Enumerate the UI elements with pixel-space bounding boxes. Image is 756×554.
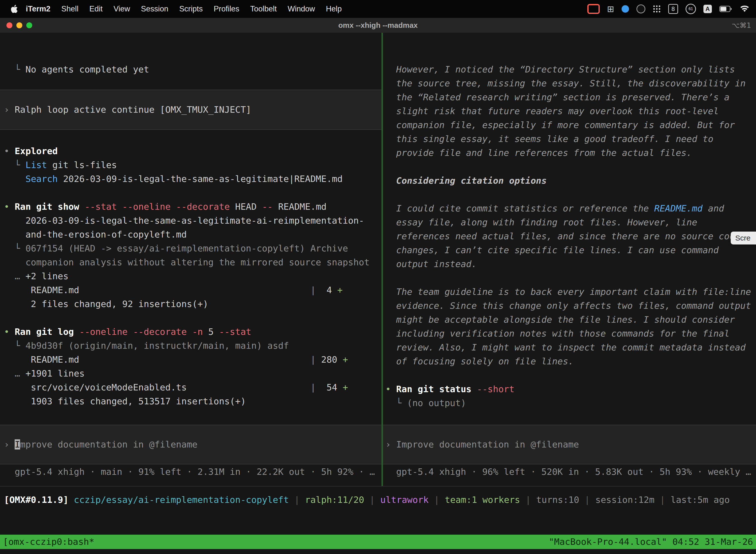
terminal-line: provide file and line references from th… <box>385 146 756 160</box>
battery-icon[interactable] <box>719 6 732 12</box>
text-segment: [OMX#0.11.9] <box>4 495 74 505</box>
left-scrollback: └ No agents completed yet› Ralph loop ac… <box>4 63 381 436</box>
screen-recording-stop-icon[interactable] <box>587 4 600 14</box>
text-segment: last:5m ago <box>671 495 730 505</box>
terminal-line: 1903 files changed, 513517 insertions(+) <box>4 394 381 408</box>
text-segment: Ralph loop active continue [OMX_TMUX_INJ… <box>15 105 251 115</box>
menu-edit[interactable]: Edit <box>84 4 108 13</box>
text-segment: of focusing solely on file lines. <box>385 356 574 366</box>
text-segment: | <box>79 354 316 365</box>
terminal-line: 2 files changed, 92 insertions(+) <box>4 297 381 311</box>
terminal-line: review. Also, I might want to inspect th… <box>385 340 756 354</box>
input-source-icon[interactable]: A <box>703 5 712 13</box>
text-segment: provide file and line references from th… <box>385 148 692 158</box>
terminal-line: └ 4b9d30f (origin/main, instructkr/main,… <box>4 339 381 353</box>
screen-float-button[interactable]: Scre <box>731 232 756 244</box>
terminal-line: changes, I can’t cite specific file line… <box>385 243 756 257</box>
text-segment: 5 <box>203 327 219 337</box>
text-segment: List <box>25 160 47 170</box>
text-segment: and-the-erosion-of-copyleft.md <box>4 229 187 239</box>
minimize-button[interactable] <box>16 22 22 28</box>
text-segment: … <box>4 368 25 379</box>
text-segment <box>187 327 192 337</box>
text-segment: including verification notes with those … <box>385 328 730 339</box>
terminal-line: • Ran git show --stat --oneline --decora… <box>4 200 381 214</box>
right-scrollback: However, I noticed the “Directory Struct… <box>385 63 756 438</box>
text-segment: I could cite commit statistics or refere… <box>385 203 654 214</box>
text-segment: companion file, especially if more comme… <box>385 120 735 130</box>
text-segment: | <box>364 495 380 505</box>
menu-help[interactable]: Help <box>320 4 347 13</box>
terminal-line: the source tree, missing the essay. Stil… <box>385 76 756 90</box>
tmux-session-label: [omx-cczip0:bash* <box>3 535 94 549</box>
terminal-line: └ (no output) <box>385 396 756 410</box>
text-segment: ultrawork <box>380 495 429 505</box>
apps-grid-icon[interactable] <box>653 5 661 13</box>
blue-app-icon[interactable] <box>622 5 629 13</box>
text-segment: gpt-5.4 xhigh · 96% left · 520K in · 5.8… <box>385 466 751 477</box>
menu-view[interactable]: View <box>108 4 136 13</box>
terminal-line: of focusing solely on file lines. <box>385 354 756 368</box>
text-segment: slight risk that future readers may over… <box>385 106 719 116</box>
text-segment: git ls-files <box>47 160 117 170</box>
keycap-8-icon[interactable]: 8 <box>668 4 678 14</box>
text-segment: cczip/essay/ai-reimplementation-copyleft <box>74 495 289 505</box>
battery-percent-circle-icon[interactable]: 61 <box>686 4 696 14</box>
text-segment: README.md <box>273 202 327 212</box>
left-prompt-input[interactable]: › Improve documentation in @filename <box>0 425 381 464</box>
close-button[interactable] <box>6 22 12 28</box>
text-segment: review. Also, I might want to inspect th… <box>385 342 746 352</box>
text-segment: | <box>654 495 671 505</box>
text-segment: However, I noticed the “Directory Struct… <box>385 64 735 74</box>
terminal-line: output instead. <box>385 257 756 271</box>
menu-session[interactable]: Session <box>135 4 174 13</box>
text-segment: └ <box>4 160 25 170</box>
text-segment: └ <box>385 398 407 408</box>
dark-app-icon[interactable] <box>636 4 645 13</box>
menu-profiles[interactable]: Profiles <box>208 4 245 13</box>
menu-items: iTerm2ShellEditViewSessionScriptsProfile… <box>20 4 347 13</box>
apple-menu-icon[interactable] <box>10 4 18 13</box>
text-segment: 280 <box>316 354 342 365</box>
terminal-line: The team guideline is to back every impo… <box>385 285 756 299</box>
menu-window[interactable]: Window <box>282 4 320 13</box>
text-segment: --stat --oneline --decorate <box>84 202 230 212</box>
right-prompt-input[interactable]: › Improve documentation in @filename <box>383 425 756 464</box>
menu-toolbelt[interactable]: Toolbelt <box>245 4 282 13</box>
text-segment: + <box>342 354 348 365</box>
left-session-status: gpt-5.4 xhigh · main · 91% left · 2.31M … <box>0 465 381 479</box>
terminal-line: • Ran git status --short <box>385 382 756 396</box>
macos-menubar: iTerm2ShellEditViewSessionScriptsProfile… <box>0 0 756 18</box>
text-segment: the “Related research writing” section i… <box>385 92 730 102</box>
text-segment: references need actual files, and since … <box>385 231 740 241</box>
menu-shell[interactable]: Shell <box>56 4 84 13</box>
terminal-line: this single essay, it seems like a good … <box>385 132 756 146</box>
terminal-line: and-the-erosion-of-copyleft.md <box>4 228 381 241</box>
terminal-line: references need actual files, and since … <box>385 229 756 243</box>
left-terminal-pane[interactable]: └ No agents completed yet› Ralph loop ac… <box>0 33 381 486</box>
text-segment: The team guideline is to back every impo… <box>385 287 751 297</box>
text-segment: Search <box>25 174 58 184</box>
zoom-button[interactable] <box>26 22 32 28</box>
text-segment: | <box>429 495 445 505</box>
window-titlebar[interactable]: omx --xhigh --madmax ⌥⌘1 <box>0 18 756 33</box>
menu-scripts[interactable]: Scripts <box>174 4 208 13</box>
menu-iterm2[interactable]: iTerm2 <box>20 4 56 13</box>
terminal-line: 2026-03-09-is-legal-the-same-as-legitima… <box>4 214 381 228</box>
text-segment: src/voice/voiceModeEnabled.ts <box>4 382 187 392</box>
right-session-status: gpt-5.4 xhigh · 96% left · 520K in · 5.8… <box>383 465 756 479</box>
text-segment: • <box>385 384 396 394</box>
text-segment: changes, I can’t cite specific file line… <box>385 245 719 255</box>
right-terminal-pane[interactable]: However, I noticed the “Directory Struct… <box>383 33 756 486</box>
text-segment: +1901 lines <box>25 368 84 379</box>
wifi-icon[interactable] <box>740 5 750 13</box>
terminal-line: Search 2026-03-09-is-legal-the-same-as-l… <box>4 172 381 186</box>
text-segment: Considering citation options <box>385 175 547 186</box>
text-segment: › <box>385 439 396 449</box>
text-segment: + <box>342 382 348 392</box>
widget-grid-icon[interactable]: ⊞ <box>607 4 614 14</box>
terminal-line: README.md | 280 + <box>4 353 381 367</box>
text-segment: 2026-03-09-is-legal-the-same-as-legitima… <box>4 215 364 226</box>
text-segment: | <box>579 495 595 505</box>
text-segment: gpt-5.4 xhigh · main · 91% left · 2.31M … <box>4 466 375 477</box>
